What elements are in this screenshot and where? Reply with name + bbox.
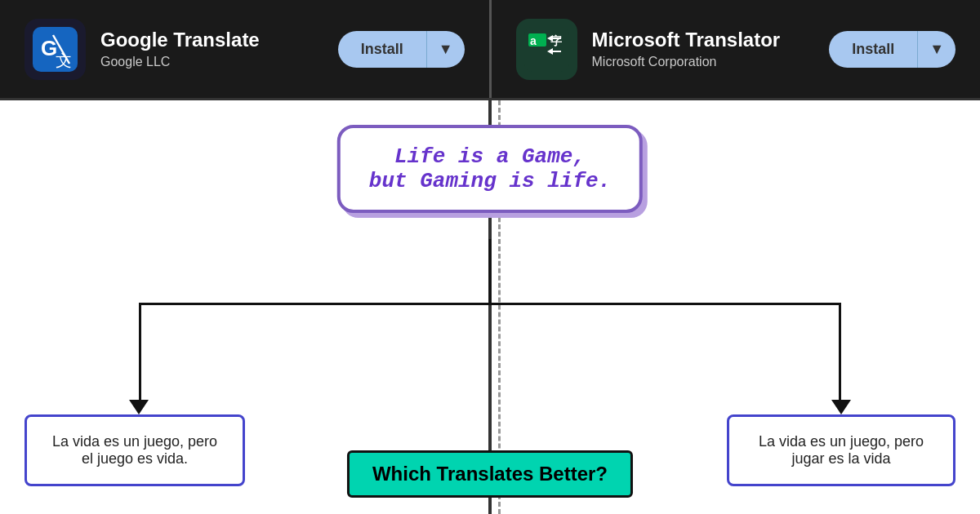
google-install-group: Install ▼ — [338, 31, 465, 68]
left-translation-text: La vida es un juego, pero el juego es vi… — [52, 433, 217, 467]
bottom-question-banner: Which Translates Better? — [347, 450, 633, 498]
google-translate-developer: Google LLC — [100, 55, 323, 69]
line-right-down — [839, 303, 841, 401]
microsoft-translator-info: Microsoft Translator Microsoft Corporati… — [592, 29, 815, 69]
line-horizontal — [139, 303, 841, 305]
right-translation-text: La vida es un juego, pero jugar es la vi… — [759, 433, 924, 467]
microsoft-translator-card: a 字 Microsoft Translator Microsoft Corpo… — [492, 0, 981, 98]
bottom-question-text: Which Translates Better? — [372, 463, 608, 485]
ms-install-button[interactable]: Install — [829, 31, 917, 68]
line-center-down — [489, 239, 492, 304]
svg-text:a: a — [530, 34, 537, 47]
google-translate-card: G 文 Google Translate Google LLC Install … — [0, 0, 492, 98]
google-translate-name: Google Translate — [100, 29, 323, 51]
arrow-left — [129, 400, 149, 414]
ms-install-dropdown[interactable]: ▼ — [917, 31, 956, 68]
google-translate-icon: G 文 — [24, 19, 86, 80]
google-install-dropdown[interactable]: ▼ — [426, 31, 465, 68]
google-translate-info: Google Translate Google LLC — [100, 29, 323, 69]
line-left-down — [139, 303, 141, 401]
microsoft-translator-icon: a 字 — [516, 19, 577, 80]
right-translation-box: La vida es un juego, pero jugar es la vi… — [727, 414, 956, 486]
microsoft-translator-name: Microsoft Translator — [592, 29, 815, 51]
google-install-button[interactable]: Install — [338, 31, 426, 68]
arrow-right — [831, 400, 851, 414]
source-text: Life is a Game,but Gaming is life. — [369, 144, 611, 193]
source-text-bubble: Life is a Game,but Gaming is life. — [337, 125, 643, 213]
left-translation-box: La vida es un juego, pero el juego es vi… — [24, 414, 245, 486]
top-bar: G 文 Google Translate Google LLC Install … — [0, 0, 980, 98]
ms-install-group: Install ▼ — [829, 31, 956, 68]
microsoft-translator-developer: Microsoft Corporation — [592, 55, 815, 69]
main-content: Life is a Game,but Gaming is life. La vi… — [0, 98, 980, 514]
